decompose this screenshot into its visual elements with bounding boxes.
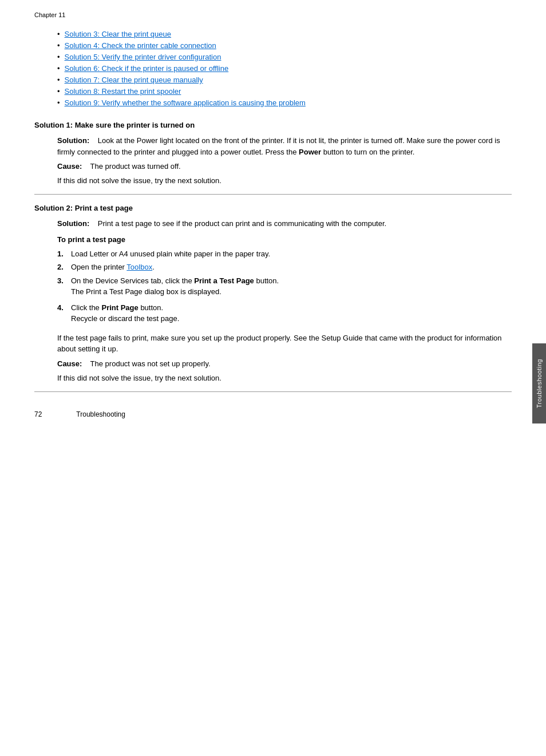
solution-label-2: Solution: xyxy=(57,219,89,228)
solution-2-section: Solution 2: Print a test page Solution: … xyxy=(34,204,512,382)
solution-2-heading: Solution 2: Print a test page xyxy=(34,204,512,212)
list-item: Solution 3: Clear the print queue xyxy=(57,30,512,38)
step-4-num: 4. xyxy=(57,302,71,314)
toc-link-7[interactable]: Solution 7: Clear the print queue manual… xyxy=(65,76,203,84)
toc-list: Solution 3: Clear the print queue Soluti… xyxy=(57,30,512,107)
step-4-text: Click the Print Page button. xyxy=(71,302,163,314)
sidebar-tab-text: Troubleshooting xyxy=(536,359,543,408)
toc-link-6[interactable]: Solution 6: Check if the printer is paus… xyxy=(65,64,229,73)
print-test-bold: Print a Test Page xyxy=(194,276,254,285)
next-solution-2: If this did not solve the issue, try the… xyxy=(57,374,512,382)
toc-link-9[interactable]: Solution 9: Verify whether the software … xyxy=(65,98,306,107)
list-item: Solution 4: Check the printer cable conn… xyxy=(57,41,512,50)
toc-link-8[interactable]: Solution 8: Restart the print spooler xyxy=(65,87,181,96)
solution-1-block: Solution: Look at the Power light locate… xyxy=(57,135,512,171)
cause-label-2: Cause: xyxy=(57,359,82,368)
list-item: Solution 9: Verify whether the software … xyxy=(57,98,512,107)
toc-link-3[interactable]: Solution 3: Clear the print queue xyxy=(65,30,171,38)
subheading-test-page: To print a test page xyxy=(57,235,512,244)
step-1: 1. Load Letter or A4 unused plain white … xyxy=(57,248,512,260)
step-3: 3. On the Device Services tab, click the… xyxy=(57,275,512,300)
step-4-sub: Recycle or discard the test page. xyxy=(71,313,179,324)
solution-label: Solution: xyxy=(57,136,89,145)
list-item: Solution 6: Check if the printer is paus… xyxy=(57,64,512,73)
cause-1-text: The product was turned off. xyxy=(84,162,181,171)
solution-2-body: Print a test page to see if the product … xyxy=(92,219,386,228)
test-page-paragraph: If the test page fails to print, make su… xyxy=(57,333,512,355)
solution-1-text: Solution: Look at the Power light locate… xyxy=(57,135,512,157)
power-bold: Power xyxy=(299,148,321,156)
step-3-num: 3. xyxy=(57,275,71,287)
page-container: Chapter 11 Solution 3: Clear the print q… xyxy=(0,0,546,436)
solution-1-body: Look at the Power light located on the f… xyxy=(57,136,500,156)
solution-2-cause-block: Cause: The product was not set up proper… xyxy=(57,359,512,368)
divider-2 xyxy=(34,391,512,392)
test-page-steps: 1. Load Letter or A4 unused plain white … xyxy=(57,248,512,327)
step-1-num: 1. xyxy=(57,248,71,260)
list-item: Solution 8: Restart the print spooler xyxy=(57,87,512,96)
solution-2-text: Solution: Print a test page to see if th… xyxy=(57,218,512,229)
step-3-sub: The Print a Test Page dialog box is disp… xyxy=(71,286,221,298)
solution-2-block: Solution: Print a test page to see if th… xyxy=(57,218,512,229)
footer-section: Troubleshooting xyxy=(76,410,125,418)
toc-link-4[interactable]: Solution 4: Check the printer cable conn… xyxy=(65,41,216,50)
toc-link-5[interactable]: Solution 5: Verify the printer driver co… xyxy=(65,53,221,61)
sidebar-tab: Troubleshooting xyxy=(532,343,546,423)
cause-label-1: Cause: xyxy=(57,162,82,171)
footer-page-number: 72 xyxy=(34,410,42,418)
solution-1-cause: Cause: The product was turned off. xyxy=(57,162,512,171)
next-solution-1: If this did not solve the issue, try the… xyxy=(57,176,512,185)
page-footer: 72 Troubleshooting xyxy=(34,410,125,418)
step-1-text: Load Letter or A4 unused plain white pap… xyxy=(71,248,270,260)
cause-2-text: The product was not set up properly. xyxy=(84,359,211,368)
step-4: 4. Click the Print Page button. Recycle … xyxy=(57,302,512,327)
divider-1 xyxy=(34,194,512,195)
solution-2-cause: Cause: The product was not set up proper… xyxy=(57,359,512,368)
chapter-label: Chapter 11 xyxy=(34,11,512,18)
solution-1-section: Solution 1: Make sure the printer is tur… xyxy=(34,121,512,185)
list-item: Solution 7: Clear the print queue manual… xyxy=(57,76,512,84)
list-item: Solution 5: Verify the printer driver co… xyxy=(57,53,512,61)
print-page-bold: Print Page xyxy=(101,303,138,312)
solution-1-heading: Solution 1: Make sure the printer is tur… xyxy=(34,121,512,129)
step-2-num: 2. xyxy=(57,262,71,273)
step-2-text: Open the printer Toolbox. xyxy=(71,262,155,273)
toolbox-link[interactable]: Toolbox xyxy=(126,263,152,271)
step-3-text: On the Device Services tab, click the Pr… xyxy=(71,275,279,287)
step-2: 2. Open the printer Toolbox. xyxy=(57,262,512,273)
